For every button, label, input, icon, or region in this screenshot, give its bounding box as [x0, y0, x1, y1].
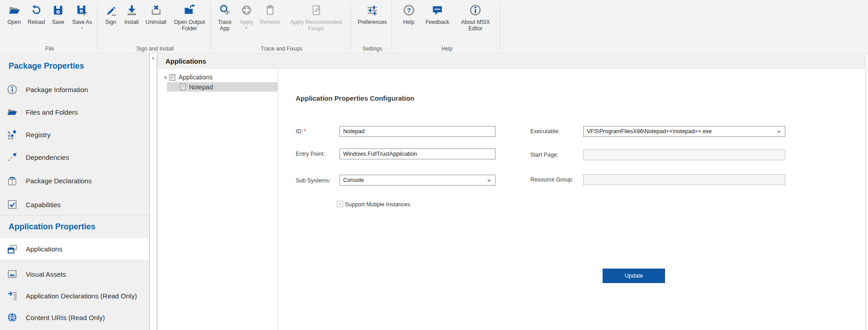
sidebar-item-label: Dependencies	[26, 153, 69, 161]
save-as-button[interactable]: Save As ∨	[69, 0, 95, 30]
uninstall-icon	[149, 3, 163, 17]
about-msix-editor-button[interactable]: About MSIX Editor	[457, 0, 495, 32]
ribbon-separator	[350, 2, 351, 51]
sidebar-item-dependencies[interactable]: Dependencies	[0, 147, 149, 167]
ribbon-group-trace-fixups: Trace App Apply ∨ Remove Apply Recommen	[213, 0, 350, 53]
executable-combobox-value: VFS\ProgramFilesX86\Notepad++\notepad++.…	[587, 128, 712, 135]
sidebar-item-application-declarations[interactable]: Application Declarations (Read Only)	[0, 286, 149, 306]
open-output-folder-button[interactable]: Open Output Folder	[170, 0, 209, 32]
sidebar-item-label: Content URIs (Read Only)	[26, 314, 105, 321]
resource-group-input	[583, 174, 785, 185]
sidebar-item-label: Capabilities	[26, 201, 61, 209]
ribbon-separator	[500, 2, 500, 51]
sidebar-item-package-information[interactable]: Package Information	[0, 79, 149, 99]
uninstall-button[interactable]: Uninstall	[143, 0, 169, 25]
dependencies-icon	[7, 152, 18, 163]
update-button[interactable]: Update	[603, 269, 665, 283]
feedback-bubble-icon	[431, 3, 444, 17]
apply-button-label: Apply	[240, 19, 253, 25]
required-asterisk: *	[304, 128, 306, 135]
help-button[interactable]: ? Help	[399, 0, 418, 25]
trace-app-icon	[218, 3, 231, 17]
open-button-label: Open	[8, 19, 21, 25]
support-multiple-instances-label: Support Mutiple Instances	[345, 201, 410, 208]
apply-recommended-fixups-button[interactable]: Apply Recommended Fixups	[283, 0, 349, 32]
resource-group-field-label: Resource Group:	[530, 177, 573, 183]
sidebar-item-registry[interactable]: Registry	[0, 125, 149, 144]
tree-node-applications[interactable]: ∨ Applications	[161, 72, 213, 82]
open-button[interactable]: Open	[4, 0, 24, 25]
sidebar-item-label: Visual Assets	[26, 270, 66, 278]
combo-dropdown-arrow-icon[interactable]	[777, 131, 781, 133]
sign-button[interactable]: Sign	[101, 0, 120, 25]
sidebar-scrollbar[interactable]: ▲	[149, 54, 157, 330]
fixups-document-icon	[309, 3, 323, 17]
ribbon-group-help: ? Help Feedback About MSIX Editor Help	[394, 0, 500, 53]
entry-point-input[interactable]	[340, 149, 495, 159]
support-multiple-instances-checkbox[interactable]: ✓	[337, 201, 343, 207]
apply-recommended-fixups-button-label: Apply Recommended Fixups	[283, 19, 349, 32]
feedback-button[interactable]: Feedback	[424, 0, 452, 25]
start-page-input	[583, 149, 785, 160]
sidebar-navigation: Package Properties Package Information F…	[0, 54, 149, 330]
trace-app-button-label: Trace App	[214, 19, 235, 32]
preferences-sliders-icon	[366, 3, 379, 17]
sub-systems-combobox-value: Console	[343, 177, 364, 183]
sub-systems-field-label: Sub Systems:	[296, 177, 330, 184]
sidebar-item-label: Applications	[26, 245, 62, 253]
install-arrow-icon	[125, 3, 138, 17]
chevron-down-icon[interactable]: ∨	[161, 74, 170, 80]
save-button-label: Save	[52, 19, 64, 25]
save-as-button-label: Save As	[72, 19, 92, 25]
remove-button[interactable]: Remove	[258, 0, 282, 25]
ribbon-caption-settings: Settings	[354, 46, 391, 52]
sidebar-item-files-and-folders[interactable]: Files and Folders	[0, 102, 149, 122]
sign-button-label: Sign	[105, 19, 116, 25]
executable-combobox[interactable]: VFS\ProgramFilesX86\Notepad++\notepad++.…	[583, 126, 785, 137]
sidebar-item-package-declarations[interactable]: Package Declarations	[0, 171, 149, 191]
main-header: Applications	[158, 54, 866, 69]
sidebar-item-label: Registry	[26, 131, 51, 139]
ribbon-separator	[210, 2, 211, 51]
tree-node-notepad[interactable]: Notepad	[167, 82, 278, 92]
preferences-button[interactable]: Preferences	[356, 0, 389, 25]
scrollbar-up-arrow-icon[interactable]: ▲	[150, 54, 156, 62]
page-title: Applications	[165, 57, 206, 65]
ribbon-caption-sign-install: Sign and Install	[100, 46, 210, 52]
sidebar-item-content-uris[interactable]: Content URIs (Read Only)	[0, 307, 149, 327]
windows-icon	[7, 244, 18, 255]
save-icon	[52, 3, 65, 17]
document-icon	[170, 74, 175, 81]
combo-dropdown-arrow-icon[interactable]	[487, 180, 491, 182]
apply-button[interactable]: Apply ∨	[236, 0, 257, 30]
reload-button[interactable]: Reload	[25, 0, 47, 25]
sidebar-item-capabilities[interactable]: Capabilities	[0, 195, 149, 214]
id-field-label: ID:*	[296, 128, 306, 135]
sidebar-item-visual-assets[interactable]: Visual Assets	[0, 264, 149, 284]
save-as-chevron-icon[interactable]: ∨	[81, 26, 84, 30]
trace-app-button[interactable]: Trace App	[214, 0, 235, 32]
info-icon	[7, 84, 18, 95]
executable-field-label: Executable:	[530, 128, 560, 135]
apply-chevron-icon[interactable]: ∨	[245, 26, 248, 30]
preferences-button-label: Preferences	[358, 19, 387, 25]
main-scrollbar[interactable]	[865, 54, 868, 330]
form-heading: Application Properties Configuration	[296, 94, 415, 102]
install-button-label: Install	[124, 19, 138, 25]
svg-text:?: ?	[407, 6, 411, 14]
install-button[interactable]: Install	[121, 0, 142, 25]
open-output-folder-icon	[183, 3, 196, 17]
save-button[interactable]: Save	[49, 0, 68, 25]
sign-pen-icon	[104, 3, 118, 17]
ribbon-separator	[392, 2, 392, 51]
sub-systems-combobox[interactable]: Console	[340, 175, 495, 186]
ribbon-separator	[97, 2, 98, 51]
sidebar-item-applications[interactable]: Applications	[0, 238, 149, 260]
apply-plus-icon	[240, 3, 253, 17]
tree-node-label: Applications	[179, 74, 213, 81]
reload-button-label: Reload	[28, 19, 45, 25]
feedback-button-label: Feedback	[425, 19, 449, 25]
main-content: Applications ∨ Applications Notepad Appl…	[157, 54, 866, 330]
id-input[interactable]	[340, 126, 495, 137]
save-as-icon	[75, 3, 89, 17]
